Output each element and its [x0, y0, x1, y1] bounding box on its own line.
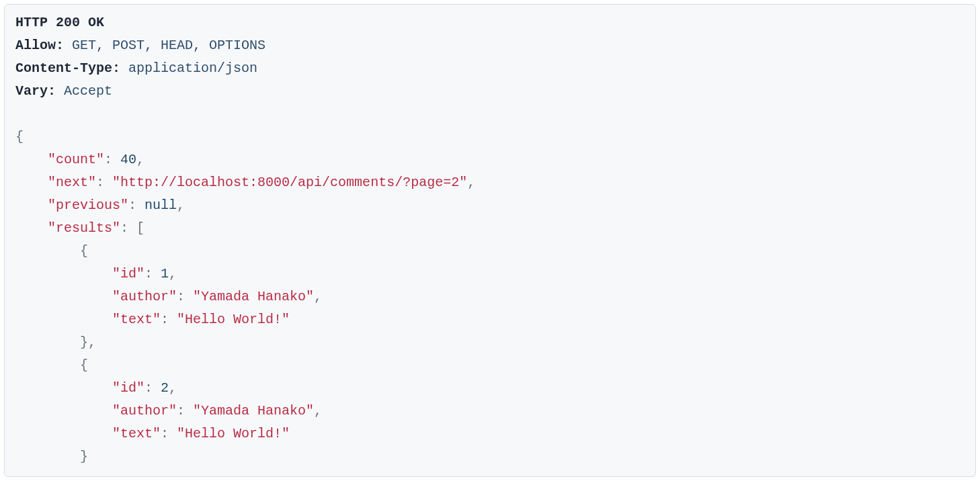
json-key: "author" [112, 403, 177, 419]
json-comma: , [177, 198, 185, 213]
header-value: application/json [128, 60, 257, 76]
json-key: "text" [112, 426, 161, 441]
http-status-line: HTTP 200 OK [15, 15, 104, 30]
json-key: "count" [48, 152, 104, 167]
json-comma: , [169, 380, 177, 396]
response-pre: HTTP 200 OK Allow: GET, POST, HEAD, OPTI… [15, 11, 965, 468]
json-key: "next" [48, 175, 96, 190]
header-name: Allow: [15, 38, 64, 53]
header-value: GET, POST, HEAD, OPTIONS [72, 38, 266, 53]
json-number: 1 [161, 266, 169, 281]
json-colon: : [120, 220, 128, 236]
json-colon: : [96, 175, 104, 190]
json-comma: , [169, 266, 177, 281]
json-string: "http://localhost:8000/api/comments/?pag… [112, 175, 467, 190]
json-colon: : [128, 198, 136, 213]
json-string: "Yamada Hanako" [193, 403, 314, 419]
json-colon: : [177, 289, 185, 304]
json-colon: : [145, 380, 153, 396]
json-brace: } [80, 335, 88, 350]
json-comma: , [88, 335, 96, 350]
json-comma: , [136, 152, 145, 167]
json-key: "id" [112, 266, 145, 281]
json-colon: : [177, 403, 185, 419]
json-key: "previous" [48, 198, 128, 213]
response-panel: HTTP 200 OK Allow: GET, POST, HEAD, OPTI… [4, 4, 976, 477]
json-brace: } [80, 449, 88, 464]
json-string: "Hello World!" [177, 312, 290, 327]
json-comma: , [314, 403, 322, 419]
json-key: "results" [48, 220, 120, 236]
json-string: "Yamada Hanako" [193, 289, 314, 304]
json-key: "text" [112, 312, 161, 327]
json-colon: : [145, 266, 153, 281]
json-key: "id" [112, 380, 145, 396]
json-colon: : [161, 312, 169, 327]
json-number: 40 [120, 152, 136, 167]
json-number: 2 [161, 380, 169, 396]
header-value: Accept [64, 83, 112, 99]
json-null: null [145, 198, 177, 213]
json-brace: { [80, 357, 88, 373]
json-string: "Hello World!" [177, 426, 290, 441]
json-colon: : [104, 152, 112, 167]
json-brace: { [80, 243, 88, 259]
json-brace: [ [136, 220, 145, 236]
json-comma: , [467, 175, 475, 190]
json-comma: , [314, 289, 322, 304]
json-brace: { [15, 129, 24, 144]
json-colon: : [161, 426, 169, 441]
header-name: Content-Type: [15, 60, 120, 76]
header-name: Vary: [15, 83, 56, 99]
json-key: "author" [112, 289, 177, 304]
